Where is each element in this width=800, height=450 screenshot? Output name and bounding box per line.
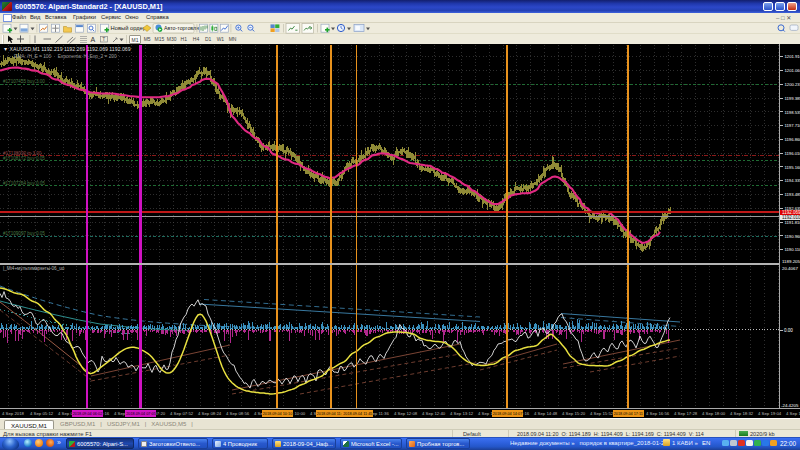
svg-text:1198.535: 1198.535 xyxy=(785,110,800,115)
svg-text:4 Sep 15:20: 4 Sep 15:20 xyxy=(562,411,586,416)
svg-text:Авто-торговля: Авто-торговля xyxy=(164,25,199,31)
svg-text:1196.860: 1196.860 xyxy=(785,137,800,142)
svg-text:1197.710: 1197.710 xyxy=(785,123,800,128)
svg-text:4 Sep 18:00: 4 Sep 18:00 xyxy=(702,411,726,416)
svg-text:1200.235: 1200.235 xyxy=(785,82,800,87)
svg-text:T: T xyxy=(102,36,105,42)
svg-text:4 Sep 18:32: 4 Sep 18:32 xyxy=(730,411,754,416)
svg-text:4 Sep 13:12: 4 Sep 13:12 xyxy=(450,411,474,416)
svg-text:1201.910: 1201.910 xyxy=(785,54,800,59)
svg-text:1190.960: 1190.960 xyxy=(785,234,800,239)
svg-text:4 Sep 14:48: 4 Sep 14:48 xyxy=(534,411,558,416)
svg-text:-24.4205: -24.4205 xyxy=(781,403,799,408)
svg-text:#17109097 buy 0.05: #17109097 buy 0.05 xyxy=(3,231,45,236)
svg-text:#17107264 buy 0.05: #17107264 buy 0.05 xyxy=(3,181,45,186)
svg-text:▼ XAUUSD,M1 1192.219 1192.269: ▼ XAUUSD,M1 1192.219 1192.269 1192.069 1… xyxy=(3,46,131,52)
svg-text:EMA: /H_E = 100 Exponenta:: EMA: /H_E = 100 Exponenta: H_Exp_2 = 200 xyxy=(14,54,117,59)
svg-text:1192.010: 1192.010 xyxy=(782,215,800,220)
svg-text:4 Sep 2018: 4 Sep 2018 xyxy=(2,411,25,416)
svg-text:2018.09.04 11:45: 2018.09.04 11:45 xyxy=(343,412,372,416)
svg-text:1192.069: 1192.069 xyxy=(782,210,800,215)
svg-text:2018.09.04 11:28: 2018.09.04 11:28 xyxy=(317,412,346,416)
svg-text:1201.060: 1201.060 xyxy=(785,68,800,73)
svg-text:4 Sep 15:52: 4 Sep 15:52 xyxy=(590,411,614,416)
svg-text:4 Sep 08:56: 4 Sep 08:56 xyxy=(226,411,250,416)
svg-text:2018.09.04 10:10: 2018.09.04 10:10 xyxy=(263,412,293,416)
svg-text:|_Mt4+мультимаркеты-06_uo: |_Mt4+мультимаркеты-06_uo xyxy=(3,266,65,271)
svg-text:1193.485: 1193.485 xyxy=(785,192,800,197)
svg-text:4 Sep 08:24: 4 Sep 08:24 xyxy=(198,411,222,416)
svg-text:#17107455 buy 3.00: #17107455 buy 3.00 xyxy=(3,79,45,84)
svg-text:1191.810: 1191.810 xyxy=(785,220,800,225)
svg-text:1199.385: 1199.385 xyxy=(785,96,800,101)
svg-text:A: A xyxy=(91,36,96,43)
svg-text:1196.010: 1196.010 xyxy=(785,151,800,156)
svg-text:1194.335: 1194.335 xyxy=(785,178,800,183)
svg-text:4 Sep 12:40: 4 Sep 12:40 xyxy=(422,411,446,416)
svg-text:2018.09.04 07:05: 2018.09.04 07:05 xyxy=(126,412,156,416)
svg-text:4 Sep 19:36: 4 Sep 19:36 xyxy=(786,411,800,416)
svg-text:4 Sep 19:04: 4 Sep 19:04 xyxy=(758,411,782,416)
svg-text:#17108172 buy 0.05: #17108172 buy 0.05 xyxy=(3,156,45,161)
svg-text:4 Sep 12:08: 4 Sep 12:08 xyxy=(394,411,418,416)
svg-text:2018.09.04 17:11: 2018.09.04 17:11 xyxy=(614,412,643,416)
svg-text:1190.110: 1190.110 xyxy=(785,247,800,252)
svg-text:1189.205: 1189.205 xyxy=(782,259,800,264)
svg-text:4 Sep 05:12: 4 Sep 05:12 xyxy=(30,411,54,416)
svg-text:4 Sep 17:28: 4 Sep 17:28 xyxy=(674,411,698,416)
svg-text:4 Sep 07:52: 4 Sep 07:52 xyxy=(170,411,194,416)
svg-text:2018.09.04 06:02: 2018.09.04 06:02 xyxy=(73,412,103,416)
svg-text:1195.160: 1195.160 xyxy=(785,165,800,170)
svg-text:0.00: 0.00 xyxy=(784,328,793,333)
svg-text:2018.09.04 14:07: 2018.09.04 14:07 xyxy=(493,412,523,416)
svg-text:20.4067: 20.4067 xyxy=(782,266,798,271)
svg-text:4 Sep 16:56: 4 Sep 16:56 xyxy=(646,411,670,416)
svg-text:Новый ордер: Новый ордер xyxy=(111,25,147,31)
